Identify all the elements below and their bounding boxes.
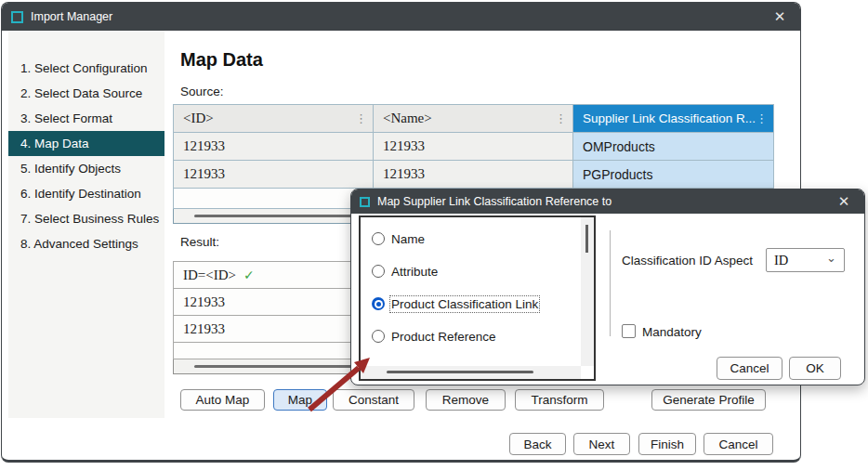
window-title: Import Manager — [31, 10, 112, 23]
listbox-h-scrollbar-thumb[interactable] — [387, 371, 533, 373]
sidebar-item-identify-destination[interactable]: 6. Identify Destination — [8, 181, 164, 206]
finish-button[interactable]: Finish — [638, 433, 696, 455]
result-label: Result: — [180, 235, 219, 249]
source-cell-selected[interactable]: PGProducts — [573, 161, 774, 189]
radio-indicator-selected[interactable] — [372, 297, 385, 310]
dialog-titlebar[interactable]: Map Supplier Link Classification Referen… — [351, 189, 864, 214]
dialog-cancel-button[interactable]: Cancel — [717, 357, 783, 380]
window-titlebar[interactable]: Import Manager ✕ — [2, 3, 800, 31]
check-icon: ✓ — [243, 268, 255, 282]
page-title: Map Data — [180, 49, 263, 71]
dialog-close-button[interactable]: ✕ — [825, 189, 862, 214]
generate-profile-button[interactable]: Generate Profile — [651, 389, 766, 411]
column-header-supplier-link-classification[interactable]: Supplier Link Classification R...⋮ — [573, 105, 774, 133]
mandatory-checkbox[interactable] — [622, 324, 636, 338]
sidebar-item-select-business-rules[interactable]: 7. Select Business Rules — [8, 206, 164, 231]
constant-button[interactable]: Constant — [333, 389, 414, 411]
map-button[interactable]: Map — [273, 389, 327, 411]
column-menu-icon[interactable]: ⋮ — [355, 111, 367, 126]
column-header-id[interactable]: <ID>⋮ — [174, 105, 374, 133]
sidebar-item-select-format[interactable]: 3. Select Format — [8, 106, 164, 131]
close-icon: ✕ — [774, 8, 786, 25]
source-row: 121933 121933 OMProducts — [174, 133, 774, 161]
column-header-name[interactable]: <Name>⋮ — [374, 105, 573, 133]
listbox-v-scrollbar-thumb[interactable] — [585, 225, 588, 253]
source-cell[interactable]: 121933 — [174, 161, 374, 189]
radio-option-attribute[interactable]: Attribute — [372, 261, 438, 281]
aspect-dropdown[interactable]: ID ⌄ — [766, 248, 845, 272]
sidebar-item-advanced-settings[interactable]: 8. Advanced Settings — [8, 231, 164, 256]
aspect-dropdown-value: ID — [774, 253, 788, 268]
chevron-down-icon: ⌄ — [826, 251, 836, 265]
column-menu-icon[interactable]: ⋮ — [555, 111, 567, 126]
auto-map-button[interactable]: Auto Map — [180, 389, 265, 411]
app-icon — [11, 11, 23, 23]
source-header-row: <ID>⋮ <Name>⋮ Supplier Link Classificati… — [174, 105, 774, 133]
classification-aspect-label: Classification ID Aspect — [622, 254, 753, 268]
radio-indicator[interactable] — [372, 232, 385, 245]
sidebar-item-select-configuration[interactable]: 1. Select Configuration — [8, 56, 164, 81]
listbox-h-scrollbar[interactable] — [361, 366, 581, 379]
source-row: 121933 121933 PGProducts — [174, 161, 774, 189]
map-reference-dialog: Map Supplier Link Classification Referen… — [350, 189, 865, 385]
radio-option-product-classification-link[interactable]: Product Classification Link — [372, 294, 538, 314]
radio-option-name[interactable]: Name — [372, 228, 425, 249]
dialog-icon — [360, 197, 370, 207]
source-cell[interactable]: 121933 — [374, 133, 573, 161]
radio-option-product-reference[interactable]: Product Reference — [372, 326, 496, 346]
window-close-button[interactable]: ✕ — [761, 3, 798, 31]
mandatory-label: Mandatory — [642, 325, 702, 339]
dialog-ok-button[interactable]: OK — [789, 357, 841, 380]
source-label: Source: — [180, 85, 224, 98]
transform-button[interactable]: Transform — [515, 389, 604, 411]
source-cell[interactable]: 121933 — [374, 161, 573, 189]
source-cell-selected[interactable]: OMProducts — [573, 133, 774, 161]
dialog-title: Map Supplier Link Classification Referen… — [377, 195, 612, 208]
cancel-button[interactable]: Cancel — [704, 433, 773, 455]
column-menu-icon[interactable]: ⋮ — [756, 111, 768, 125]
close-icon: ✕ — [838, 193, 850, 210]
radio-indicator[interactable] — [372, 265, 385, 278]
sidebar-item-identify-objects[interactable]: 5. Identify Objects — [8, 156, 164, 181]
wizard-sidebar: 1. Select Configuration 2. Select Data S… — [8, 31, 164, 418]
radio-indicator[interactable] — [372, 330, 385, 343]
back-button[interactable]: Back — [509, 433, 566, 455]
listbox-v-scrollbar[interactable] — [581, 217, 594, 366]
dialog-divider — [610, 230, 611, 336]
next-button[interactable]: Next — [573, 433, 630, 455]
remove-button[interactable]: Remove — [426, 389, 506, 411]
sidebar-item-map-data[interactable]: 4. Map Data — [8, 131, 164, 156]
source-cell[interactable]: 121933 — [174, 133, 374, 161]
mapping-options-listbox: Name Attribute Product Classification Li… — [359, 215, 596, 381]
sidebar-item-select-data-source[interactable]: 2. Select Data Source — [8, 81, 164, 106]
